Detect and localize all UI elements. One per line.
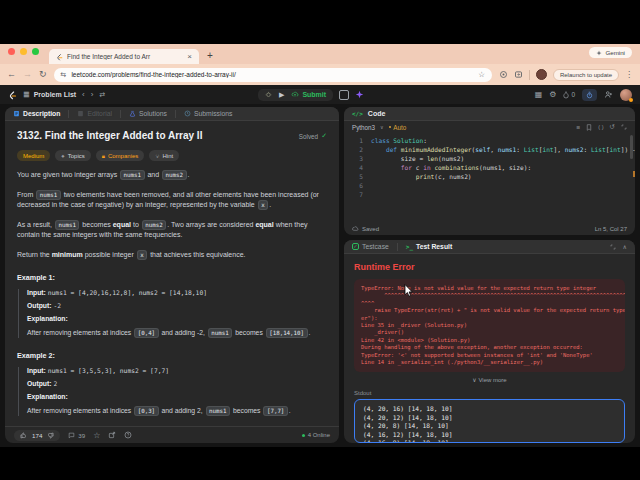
browser-menu-icon[interactable]: ⋮ — [625, 71, 633, 79]
code-panel-header: </> Code — [344, 107, 635, 121]
test-panel-header: ✓ Testcase >_ Test Result ∧ — [344, 240, 635, 254]
lock-icon: 🔒︎ — [102, 153, 105, 159]
editor-scrollbar[interactable] — [630, 135, 633, 159]
bookmark-star-icon[interactable]: ☆ — [478, 70, 485, 79]
reload-icon[interactable]: ↻ — [39, 70, 47, 79]
invite-user-icon[interactable] — [604, 90, 613, 99]
settings-gear-icon[interactable]: ⚙ — [549, 91, 556, 99]
editor-statusbar: Saved Ln 5, Col 27 — [344, 222, 635, 235]
description-paragraph: You are given two integer arrays nums1 a… — [17, 170, 327, 181]
maximize-window-button[interactable] — [32, 48, 39, 55]
ai-sparkle-icon[interactable] — [355, 90, 364, 99]
test-result-label: Test Result — [416, 243, 452, 250]
browser-tab[interactable]: Find the Integer Added to Arr × — [49, 49, 199, 64]
explanation-text: After removing elements at indices [0,4]… — [27, 328, 327, 338]
next-problem-icon[interactable]: › — [91, 91, 94, 99]
example-1-block: Input: nums1 = [4,20,16,12,8], nums2 = [… — [18, 289, 327, 338]
expand-panel-icon[interactable] — [610, 244, 616, 250]
tab-submissions[interactable]: Submissions — [184, 110, 233, 117]
companies-badge[interactable]: 🔒︎ Companies — [96, 150, 145, 161]
tab-solutions[interactable]: Solutions — [129, 110, 167, 117]
feedback-icon[interactable] — [124, 431, 132, 439]
submit-label: Submit — [302, 91, 326, 98]
problem-title: 3132. Find the Integer Added to Array II — [17, 130, 202, 141]
tab-close-icon[interactable]: × — [187, 52, 192, 61]
solved-status: Solved ✓ — [299, 132, 327, 140]
navbar-right-icons: ▦ ⚙ 0 — [535, 89, 632, 101]
extension-icon[interactable] — [499, 70, 508, 79]
mouse-cursor — [404, 284, 413, 297]
tab-editorial[interactable]: Editorial — [77, 110, 112, 117]
site-settings-icon[interactable]: ⇆ — [61, 71, 67, 79]
solutions-flask-icon — [129, 110, 136, 117]
code-toolbar: Python3 ∨ Auto ≡ ( ) ↺ — [344, 121, 635, 133]
input-value: nums1 = [4,20,16,12,8], nums2 = [14,18,1… — [48, 289, 207, 296]
shuffle-icon[interactable]: ⇄ — [99, 91, 105, 98]
code-editor[interactable]: 1class Solution:2 def minimumAddedIntege… — [344, 133, 635, 222]
testcase-check-icon: ✓ — [352, 243, 359, 250]
gemini-button[interactable]: Gemini — [589, 47, 632, 58]
online-indicator: 4 Online — [302, 432, 330, 438]
tab-description[interactable]: Description — [13, 110, 60, 117]
notes-icon[interactable] — [339, 90, 349, 100]
topics-badge[interactable]: ⌖ Topics — [55, 150, 90, 161]
back-icon[interactable]: ← — [7, 70, 16, 79]
daily-streak[interactable]: 0 — [563, 91, 575, 99]
hint-badge[interactable]: 💡︎ Hint — [149, 150, 179, 161]
online-dot — [302, 434, 305, 437]
shortcuts-icon[interactable]: ( ) — [598, 124, 603, 130]
favorite-star-icon[interactable]: ☆ — [93, 431, 100, 440]
problem-list-button[interactable]: ≣ Problem List — [23, 91, 76, 99]
format-icon[interactable]: ≡ — [577, 124, 581, 131]
tab-solutions-label: Solutions — [139, 110, 167, 117]
bookmark-icon[interactable] — [586, 124, 592, 131]
share-tab-icon[interactable] — [514, 70, 523, 79]
chevron-down-icon: ∨ — [380, 124, 384, 130]
view-more-button[interactable]: ∨ View more — [354, 376, 625, 383]
terminal-icon: >_ — [406, 243, 413, 250]
reset-code-icon[interactable]: ↺ — [610, 123, 615, 131]
thumbs-up-icon[interactable] — [20, 432, 27, 439]
run-icon[interactable]: ▶ — [279, 91, 284, 99]
expand-editor-icon[interactable] — [621, 124, 627, 130]
description-paragraph: From nums1 two elements have been remove… — [17, 190, 327, 211]
test-result-body: Runtime Error TypeError: None is not val… — [344, 254, 635, 443]
new-tab-button[interactable]: + — [207, 50, 213, 64]
thumbs-down-icon[interactable] — [47, 432, 54, 439]
browser-tabstrip: Find the Integer Added to Arr × + Gemini — [0, 44, 640, 64]
close-window-button[interactable] — [8, 48, 15, 55]
description-panel: Description Editorial Soluti — [5, 107, 339, 443]
language-selector[interactable]: Python3 — [352, 124, 375, 131]
tab-test-result[interactable]: >_ Test Result — [406, 243, 452, 250]
comment-icon — [68, 432, 75, 439]
example-1-label: Example 1: — [17, 273, 327, 282]
streak-count: 0 — [571, 91, 575, 98]
explanation-label: Explanation: — [27, 315, 68, 322]
browser-profile-avatar[interactable] — [536, 69, 547, 80]
comments-button[interactable]: 39 — [68, 432, 85, 439]
auto-label: Auto — [393, 124, 406, 131]
leetcode-navbar: ≣ Problem List ‹ › ⇄ ▶ — [0, 85, 640, 104]
cloud-saved-icon — [352, 226, 359, 231]
address-bar[interactable]: ⇆ leetcode.com/problems/find-the-integer… — [54, 68, 492, 82]
collapse-panel-icon[interactable]: ∧ — [623, 243, 627, 250]
timer-button[interactable] — [582, 89, 597, 101]
flame-icon — [563, 91, 569, 99]
submit-button[interactable]: Submit — [291, 91, 326, 98]
share-icon[interactable] — [108, 431, 116, 439]
user-avatar[interactable] — [620, 89, 632, 101]
timer-icon — [586, 91, 593, 99]
layout-icon[interactable]: ▦ — [535, 91, 543, 99]
debug-icon[interactable] — [265, 91, 272, 98]
relaunch-button[interactable]: Relaunch to update — [553, 69, 619, 81]
stdout-output[interactable]: (4, 20, 16) [14, 18, 10] (4, 20, 12) [14… — [354, 399, 625, 443]
description-tabbar: Description Editorial Soluti — [5, 107, 339, 121]
minimize-window-button[interactable] — [20, 48, 27, 55]
tab-testcase[interactable]: ✓ Testcase — [352, 243, 389, 250]
auto-indicator[interactable]: Auto — [389, 124, 406, 131]
leetcode-logo[interactable] — [8, 90, 17, 100]
prev-problem-icon[interactable]: ‹ — [82, 91, 85, 99]
output-label: Output: — [27, 302, 52, 309]
difficulty-badge[interactable]: Medium — [17, 150, 50, 161]
forward-icon[interactable]: → — [23, 70, 32, 79]
